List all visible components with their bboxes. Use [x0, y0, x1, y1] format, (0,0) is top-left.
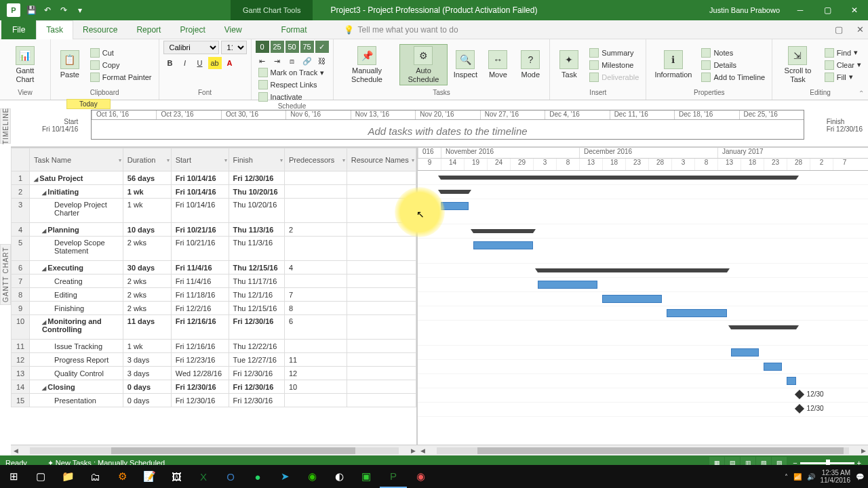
mode-button[interactable]: ?Mode: [515, 49, 545, 80]
gantt-chart-area[interactable]: 016 November 2016 December 2016 January …: [418, 148, 868, 445]
font-size-select[interactable]: 11: [221, 41, 247, 54]
table-row[interactable]: 13Quality Control3 daysWed 12/28/16Fri 1…: [12, 367, 416, 380]
telegram-icon[interactable]: ➤: [271, 465, 298, 488]
col-start[interactable]: Start▾: [171, 148, 229, 171]
notes-app-icon[interactable]: 📝: [136, 465, 163, 488]
tab-format[interactable]: Format: [272, 20, 317, 39]
explorer-icon[interactable]: 🗂: [81, 465, 108, 488]
settings-icon[interactable]: ⚙: [108, 465, 136, 488]
outlook-icon[interactable]: O: [217, 465, 244, 488]
table-row[interactable]: 5Develop Scope Statement2 wksFri 10/21/1…: [12, 237, 416, 261]
table-row[interactable]: 14Closing0 daysFri 12/30/16Fri 12/30/161…: [12, 380, 416, 394]
col-finish[interactable]: Finish▾: [229, 148, 284, 171]
whatsapp-icon[interactable]: ●: [244, 465, 271, 488]
undo-icon[interactable]: ↶: [42, 5, 53, 16]
mark-on-track-button[interactable]: Mark on Track ▾: [256, 67, 328, 78]
app-icon[interactable]: ▣: [353, 465, 380, 488]
maximize-icon[interactable]: ▢: [814, 0, 841, 20]
grid-hscroll[interactable]: ◀ ▶: [11, 445, 418, 455]
gantt-bar[interactable]: [473, 229, 533, 233]
chart-row[interactable]: 12/30: [418, 403, 868, 417]
minimize-icon[interactable]: ─: [787, 0, 814, 20]
tab-resource[interactable]: Resource: [73, 20, 127, 39]
ribbon-close-icon[interactable]: ✕: [856, 24, 864, 35]
milestone-marker[interactable]: [795, 404, 804, 413]
tray-up-icon[interactable]: ˄: [785, 473, 788, 481]
gantt-bar[interactable]: [764, 363, 782, 371]
chart-row[interactable]: [418, 264, 868, 278]
col-task-name[interactable]: Task Name▾: [30, 148, 123, 171]
redo-icon[interactable]: ↷: [58, 5, 69, 16]
wifi-icon[interactable]: 📶: [793, 473, 802, 481]
split-task-button[interactable]: ⧈: [285, 55, 299, 67]
table-row[interactable]: 8Editing2 wksFri 11/18/16Thu 12/1/167: [12, 288, 416, 302]
find-button[interactable]: Find ▾: [822, 47, 864, 58]
system-tray[interactable]: ˄ 📶 🔊 12:35 AM11/4/2016 💬: [785, 469, 865, 484]
table-row[interactable]: 9Finishing2 wksFri 12/2/16Thu 12/15/168: [12, 302, 416, 315]
pct0-button[interactable]: 0: [256, 41, 269, 53]
paste-button[interactable]: 📋 Paste: [55, 49, 85, 80]
scroll-to-task-button[interactable]: ⇲Scroll to Task: [776, 45, 818, 84]
tab-view[interactable]: View: [215, 20, 252, 39]
chart-row[interactable]: [418, 185, 868, 199]
cut-button[interactable]: Cut: [87, 47, 155, 58]
table-row[interactable]: 2Initiating1 wkFri 10/14/16Thu 10/20/16: [12, 185, 416, 199]
user-name[interactable]: Justin Banu Prabowo: [709, 6, 780, 14]
table-row[interactable]: 1Satu Project56 daysFri 10/14/16Fri 12/3…: [12, 171, 416, 185]
file-explorer-icon[interactable]: 📁: [54, 465, 81, 488]
move-button[interactable]: ↔Move: [483, 49, 513, 80]
gantt-bar[interactable]: [667, 309, 726, 317]
ribbon-restore-icon[interactable]: ▢: [835, 24, 843, 35]
notes-button[interactable]: Notes: [698, 47, 768, 58]
link-button[interactable]: 🔗: [300, 55, 314, 67]
unlink-button[interactable]: ⛓: [315, 55, 329, 67]
zoom-slider[interactable]: [800, 462, 854, 464]
information-button[interactable]: ℹInformation: [650, 49, 696, 80]
notifications-icon[interactable]: 💬: [856, 473, 864, 481]
tab-report[interactable]: Report: [127, 20, 170, 39]
gantt-bar[interactable]: [473, 241, 533, 249]
collapse-ribbon-icon[interactable]: ⌃: [859, 89, 864, 97]
close-icon[interactable]: ✕: [841, 0, 868, 20]
auto-schedule-button[interactable]: ⚙Auto Schedule: [399, 44, 448, 85]
inspect-button[interactable]: 🔍Inspect: [450, 49, 480, 80]
table-row[interactable]: 10Monitoring and Controlling11 daysFri 1…: [12, 315, 416, 340]
format-painter-button[interactable]: Format Painter: [87, 72, 155, 83]
gantt-bar[interactable]: [538, 268, 727, 272]
col-duration[interactable]: Duration▾: [123, 148, 171, 171]
copy-button[interactable]: Copy: [87, 60, 155, 70]
table-row[interactable]: 12Progress Report3 daysFri 12/23/16Tue 1…: [12, 353, 416, 367]
indent-button[interactable]: ⇥: [271, 55, 284, 67]
gantt-bar[interactable]: [731, 348, 759, 357]
details-button[interactable]: Details: [698, 60, 768, 70]
chart-hscroll[interactable]: ◀ ▶: [418, 445, 868, 455]
chart-row[interactable]: [418, 292, 868, 306]
col-resource[interactable]: Resource Names▾: [347, 148, 416, 171]
scroll-left-icon[interactable]: ◀: [11, 447, 20, 454]
tab-file[interactable]: File: [1, 20, 36, 39]
pct50-button[interactable]: 50: [285, 41, 299, 53]
start-button[interactable]: ⊞: [0, 465, 27, 488]
gantt-chart-button[interactable]: 📊 Gantt Chart: [4, 45, 46, 84]
timeline-panel[interactable]: Today StartFri 10/14/16 Oct 16, '16Oct 2…: [11, 100, 868, 148]
qat-dropdown-icon[interactable]: ▾: [75, 5, 85, 16]
summary-button[interactable]: Summary: [587, 47, 642, 58]
table-row[interactable]: 4Planning10 daysFri 10/21/16Thu 11/3/162: [12, 223, 416, 237]
project-taskbar-icon[interactable]: P: [380, 465, 407, 488]
highlight-color-button[interactable]: ab: [208, 57, 222, 69]
italic-button[interactable]: I: [178, 57, 192, 69]
table-row[interactable]: 11Issue Tracking1 wkFri 12/16/16Thu 12/2…: [12, 340, 416, 353]
milestone-button[interactable]: Milestone: [587, 60, 642, 70]
clock[interactable]: 12:35 AM11/4/2016: [821, 469, 851, 484]
underline-button[interactable]: U: [193, 57, 207, 69]
line-icon[interactable]: ◉: [298, 465, 326, 488]
chart-row[interactable]: [418, 171, 868, 185]
pct25-button[interactable]: 25: [271, 41, 284, 53]
excel-icon[interactable]: X: [190, 465, 217, 488]
task-grid[interactable]: Task Name▾ Duration▾ Start▾ Finish▾ Pred…: [11, 148, 418, 445]
tab-task[interactable]: Task: [36, 20, 73, 39]
chart-row[interactable]: [418, 374, 868, 388]
volume-icon[interactable]: 🔊: [807, 473, 815, 481]
gantt-bar[interactable]: [441, 202, 469, 210]
col-predecessors[interactable]: Predecessors▾: [284, 148, 347, 171]
